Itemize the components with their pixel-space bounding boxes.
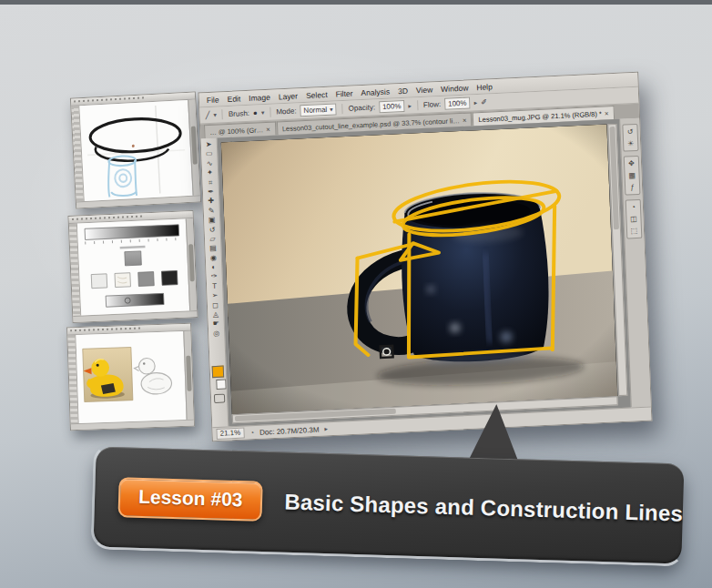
thumbnail-window-ellipse-sketch[interactable] xyxy=(70,91,201,208)
canvas-area xyxy=(218,119,631,427)
zoom-tool-icon[interactable]: ◎ xyxy=(213,329,219,340)
lesson-banner: Lesson #03 Basic Shapes and Construction… xyxy=(94,446,685,563)
brush-preset-icon[interactable]: ╱ xyxy=(205,111,209,119)
color-swatches xyxy=(210,365,228,427)
blur-tool-icon[interactable]: ◉ xyxy=(210,253,217,263)
quick-select-tool-icon[interactable]: ✦ xyxy=(207,168,213,178)
divider xyxy=(222,109,223,119)
shape-tool-icon[interactable]: ◻ xyxy=(212,300,219,310)
styles-panel-icon[interactable]: ƒ xyxy=(626,182,638,193)
divider xyxy=(342,104,343,114)
thumbnail-canvas xyxy=(77,218,189,315)
thumbnail-canvas xyxy=(76,331,186,423)
photoshop-window: FileEditImageLayerSelectFilterAnalysis3D… xyxy=(198,72,653,441)
history-panel-icon[interactable]: ↺ xyxy=(624,127,636,137)
duck-sketch xyxy=(134,358,172,395)
hand-tool-icon[interactable]: ☛ xyxy=(213,319,220,329)
swatches-panel-icon[interactable]: ▦ xyxy=(626,170,637,181)
close-icon[interactable]: × xyxy=(605,109,609,117)
divider xyxy=(270,107,270,117)
mug-photo-document[interactable] xyxy=(221,124,618,414)
menu-item[interactable]: Edit xyxy=(227,94,240,104)
menu-item[interactable]: Layer xyxy=(279,91,299,101)
duck-study-drawing xyxy=(76,331,186,423)
marquee-tool-icon[interactable]: ▭ xyxy=(206,149,213,159)
color-panel-icon[interactable]: ✥ xyxy=(626,158,637,169)
3d-rotate-tool-icon[interactable]: ◬ xyxy=(213,310,219,320)
type-tool-icon[interactable]: T xyxy=(212,282,217,292)
eraser-tool-icon[interactable]: ▱ xyxy=(209,235,216,245)
preset-dropdown-icon[interactable]: ▾ xyxy=(213,111,217,118)
crop-tool-icon[interactable]: ⌗ xyxy=(209,177,213,188)
menu-item[interactable]: 3D xyxy=(398,86,408,96)
path-select-tool-icon[interactable]: ➢ xyxy=(211,291,218,301)
brush-label: Brush: xyxy=(229,109,249,118)
adjustments-panel-icon[interactable]: ◔ xyxy=(627,202,639,213)
top-border-strip xyxy=(0,0,712,5)
healing-brush-tool-icon[interactable]: ✚ xyxy=(208,197,214,207)
value-scale-drawing xyxy=(77,218,189,315)
menu-item[interactable]: View xyxy=(416,85,433,95)
close-icon[interactable]: × xyxy=(266,125,270,133)
mode-value: Normal xyxy=(303,105,327,116)
brush-dropdown-icon[interactable]: ▾ xyxy=(261,109,265,117)
info-panel-icon[interactable]: ☀ xyxy=(625,138,636,149)
doc-size-text: Doc: 20.7M/20.3M xyxy=(259,425,320,436)
layers-panel-icon[interactable]: ⬚ xyxy=(628,226,640,237)
opacity-field[interactable]: 100% xyxy=(379,100,405,113)
mode-select[interactable]: Normal ▾ xyxy=(300,103,337,117)
lasso-tool-icon[interactable]: ∿ xyxy=(207,159,213,169)
flow-field[interactable]: 100% xyxy=(444,96,471,109)
menu-item[interactable]: Image xyxy=(249,92,270,102)
move-tool-icon[interactable]: ➤ xyxy=(206,140,212,150)
menu-item[interactable]: File xyxy=(207,95,219,105)
divider xyxy=(417,100,418,110)
quick-mask-icon[interactable] xyxy=(213,394,224,404)
menu-item[interactable]: Analysis xyxy=(361,86,390,96)
masks-panel-icon[interactable]: ◫ xyxy=(627,214,639,225)
gradient-tool-icon[interactable]: ▤ xyxy=(209,244,217,254)
thumbnail-window-value-scale[interactable] xyxy=(67,210,198,323)
menu-item[interactable]: Window xyxy=(441,83,469,93)
background-color-swatch[interactable] xyxy=(216,379,226,390)
opacity-label: Opacity: xyxy=(349,103,376,112)
ellipse-sketch-drawing xyxy=(79,100,192,201)
menu-item[interactable]: Filter xyxy=(335,88,352,98)
status-menu-icon[interactable]: ◔ xyxy=(249,429,254,437)
history-brush-tool-icon[interactable]: ↺ xyxy=(209,225,216,235)
mug-photo-with-construction-lines xyxy=(221,124,618,414)
foreground-color-swatch[interactable] xyxy=(212,366,225,379)
thumbnail-window-duck-study[interactable] xyxy=(66,323,195,431)
thumbnail-canvas xyxy=(79,100,192,201)
opacity-flyout-icon[interactable]: ▸ xyxy=(408,102,412,109)
zoom-level-field[interactable]: 21.1% xyxy=(216,428,244,440)
mode-dropdown-icon: ▾ xyxy=(330,105,333,115)
close-icon[interactable]: × xyxy=(463,116,467,124)
tab-label: … @ 100% (Gr… xyxy=(209,126,263,137)
menu-item[interactable]: Help xyxy=(476,82,493,92)
dodge-tool-icon[interactable]: ◐ xyxy=(211,263,216,273)
tutorial-frame: FileEditImageLayerSelectFilterAnalysis3D… xyxy=(0,0,712,588)
eyedropper-tool-icon[interactable]: ✒ xyxy=(208,188,214,198)
flow-label: Flow: xyxy=(423,100,441,109)
lesson-title: Basic Shapes and Construction Lines xyxy=(284,490,683,527)
menu-item[interactable]: Select xyxy=(306,89,328,99)
flow-flyout-icon[interactable]: ▸ xyxy=(473,99,477,106)
brush-tool-icon[interactable]: ✎ xyxy=(209,207,215,217)
pen-tool-icon[interactable]: ✑ xyxy=(211,272,218,282)
clone-stamp-tool-icon[interactable]: ▣ xyxy=(209,216,216,226)
lesson-badge: Lesson #03 xyxy=(117,477,263,522)
brush-tip-icon[interactable]: ● xyxy=(253,109,258,117)
mode-label: Mode: xyxy=(276,106,297,116)
status-flyout-icon[interactable]: ▸ xyxy=(324,425,328,432)
airbrush-icon[interactable]: ✐ xyxy=(481,98,487,106)
